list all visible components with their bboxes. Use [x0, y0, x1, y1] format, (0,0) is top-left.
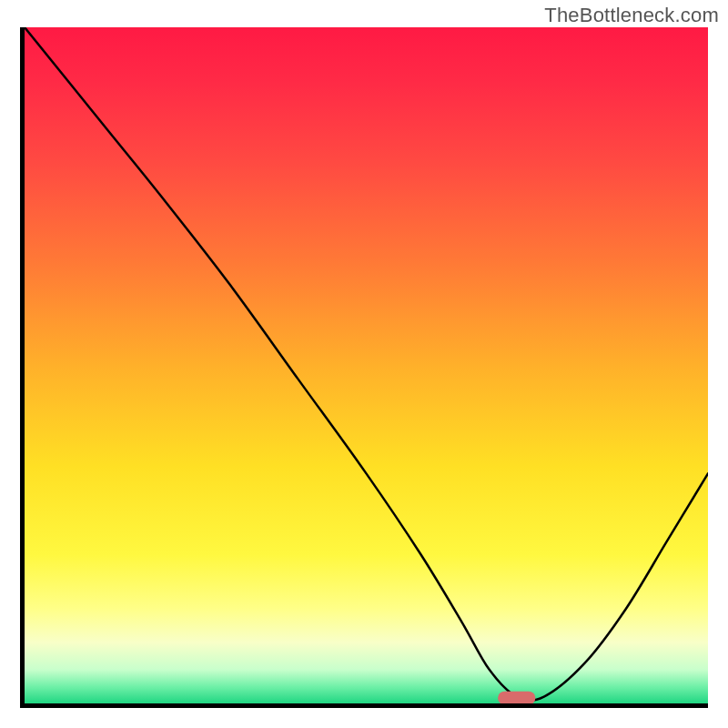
attribution-watermark: TheBottleneck.com [544, 4, 719, 27]
chart-svg [25, 27, 708, 703]
optimal-marker [498, 692, 535, 703]
chart-background [25, 27, 708, 703]
chart-plot-area [20, 27, 708, 708]
